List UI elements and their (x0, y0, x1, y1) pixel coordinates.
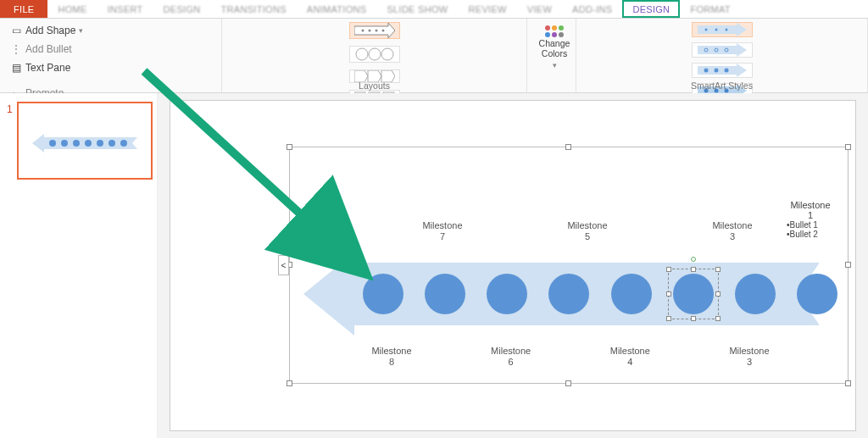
slide[interactable]: < Milestone 1 •Bullet 1 •Bullet 2 Milest… (170, 100, 856, 431)
svg-point-44 (120, 140, 127, 147)
labels-row-top: Milestone 7 Milestone 5 Milestone 3 (363, 220, 837, 241)
svg-point-29 (704, 69, 708, 73)
add-bullet-icon: ⋮ (10, 43, 22, 55)
resize-handle[interactable] (666, 316, 671, 321)
labels-row-bottom: Milestone 8 Milestone 6 Milestone 4 Mile… (363, 346, 837, 367)
style-option-1[interactable] (692, 22, 753, 37)
milestone-label-7[interactable]: Milestone 7 (414, 220, 471, 241)
milestone-label-5[interactable]: Milestone 5 (559, 220, 616, 241)
svg-point-21 (725, 29, 727, 31)
change-colors-button[interactable]: Change Colors ▾ (534, 22, 575, 73)
resize-handle[interactable] (666, 267, 671, 272)
slide-number: 1 (7, 103, 13, 115)
svg-point-42 (97, 140, 103, 147)
tab-review[interactable]: REVIEW (459, 0, 517, 18)
milestone-label-6[interactable]: Milestone 6 (482, 346, 540, 367)
resize-handle[interactable] (565, 380, 571, 386)
tab-insert[interactable]: INSERT (97, 0, 153, 18)
resize-handle[interactable] (845, 144, 851, 150)
svg-point-39 (61, 140, 68, 147)
resize-handle[interactable] (715, 267, 721, 272)
milestone-dot[interactable] (797, 274, 837, 314)
milestone-label-8[interactable]: Milestone 8 (363, 346, 420, 367)
milestone-dots (363, 273, 837, 315)
svg-marker-0 (354, 23, 395, 38)
svg-point-1 (361, 30, 364, 32)
svg-point-41 (85, 140, 92, 147)
style-option-2[interactable] (692, 42, 753, 58)
tab-file[interactable]: FILE (0, 0, 47, 18)
text-pane-toggle[interactable]: < (278, 255, 289, 275)
svg-point-40 (73, 140, 80, 147)
tab-transitions[interactable]: TRANSITIONS (211, 0, 297, 18)
style-option-3[interactable] (692, 63, 753, 78)
add-bullet-label: Add Bullet (25, 43, 72, 55)
resize-handle[interactable] (845, 262, 851, 268)
group-create-graphic: ▭ Add Shape ▾ ⋮ Add Bullet ▤ Text Pane ←… (0, 19, 222, 92)
slide-thumbnails-panel: 1 (0, 93, 158, 438)
milestone-dot[interactable] (548, 274, 589, 314)
text-pane-label: Text Pane (25, 62, 70, 74)
svg-rect-22 (698, 46, 737, 54)
milestone-label-4[interactable]: Milestone 4 (601, 346, 659, 367)
shape-selection (668, 269, 719, 319)
milestone-dot[interactable] (611, 274, 652, 314)
tab-strip: FILE HOME INSERT DESIGN TRANSITIONS ANIM… (0, 0, 868, 19)
milestone-dot[interactable] (363, 274, 403, 314)
tab-smartart-design[interactable]: DESIGN (622, 0, 680, 18)
svg-point-38 (49, 140, 56, 147)
smartart-arrow[interactable] (303, 252, 836, 335)
svg-marker-18 (737, 23, 747, 36)
svg-marker-28 (737, 64, 747, 77)
add-bullet-button[interactable]: ⋮ Add Bullet (7, 41, 214, 58)
resize-handle[interactable] (715, 291, 721, 297)
rotate-handle[interactable] (691, 257, 696, 262)
add-shape-icon: ▭ (10, 25, 22, 36)
milestone-dot[interactable] (735, 274, 776, 314)
thumbnail-preview-icon (32, 134, 141, 152)
workspace: 1 < Milestone 1 (0, 93, 868, 438)
milestone-label-3b[interactable]: Milestone 3 (721, 346, 778, 367)
resize-handle[interactable] (666, 291, 671, 297)
layout-option-2[interactable] (349, 46, 400, 63)
resize-handle[interactable] (845, 380, 851, 386)
group-label-smartart-styles: SmartArt Styles (583, 79, 860, 91)
slide-thumbnail-1[interactable]: 1 (17, 102, 153, 180)
dropdown-caret-icon: ▾ (553, 61, 557, 69)
resize-handle[interactable] (287, 144, 292, 150)
svg-point-30 (714, 69, 718, 73)
resize-handle[interactable] (565, 144, 571, 150)
svg-point-3 (375, 30, 377, 32)
svg-point-20 (715, 29, 717, 31)
text-pane-button[interactable]: ▤ Text Pane (7, 59, 214, 76)
tab-format[interactable]: FORMAT (680, 0, 740, 18)
tab-slideshow[interactable]: SLIDE SHOW (376, 0, 458, 18)
arrow-head-icon (303, 252, 354, 335)
smartart-selection-frame[interactable]: < Milestone 1 •Bullet 1 •Bullet 2 Milest… (289, 147, 849, 384)
dropdown-caret-icon: ▾ (79, 26, 83, 35)
resize-handle[interactable] (691, 267, 696, 272)
svg-point-31 (724, 69, 728, 73)
svg-point-5 (356, 48, 368, 60)
change-colors-icon (545, 25, 564, 37)
resize-handle[interactable] (715, 316, 721, 321)
group-label-layouts: Layouts (229, 79, 520, 91)
resize-handle[interactable] (287, 380, 292, 386)
text-pane-icon: ▤ (10, 62, 22, 74)
svg-point-6 (369, 48, 381, 60)
tab-design-main[interactable]: DESIGN (153, 0, 211, 18)
tab-view[interactable]: VIEW (517, 0, 562, 18)
milestone-dot[interactable] (425, 274, 465, 314)
change-colors-label: Change Colors (539, 39, 570, 58)
resize-handle[interactable] (691, 316, 696, 321)
add-shape-button[interactable]: ▭ Add Shape ▾ (7, 22, 214, 39)
add-shape-label: Add Shape (25, 25, 75, 36)
layout-option-1[interactable] (349, 22, 400, 39)
milestone-dot-selected[interactable] (673, 274, 714, 314)
tab-home[interactable]: HOME (47, 0, 97, 18)
milestone-dot[interactable] (487, 274, 527, 314)
tab-addins[interactable]: ADD-INS (562, 0, 622, 18)
slide-canvas[interactable]: < Milestone 1 •Bullet 1 •Bullet 2 Milest… (158, 93, 868, 438)
tab-animations[interactable]: ANIMATIONS (297, 0, 377, 18)
milestone-label-3[interactable]: Milestone 3 (704, 220, 761, 241)
